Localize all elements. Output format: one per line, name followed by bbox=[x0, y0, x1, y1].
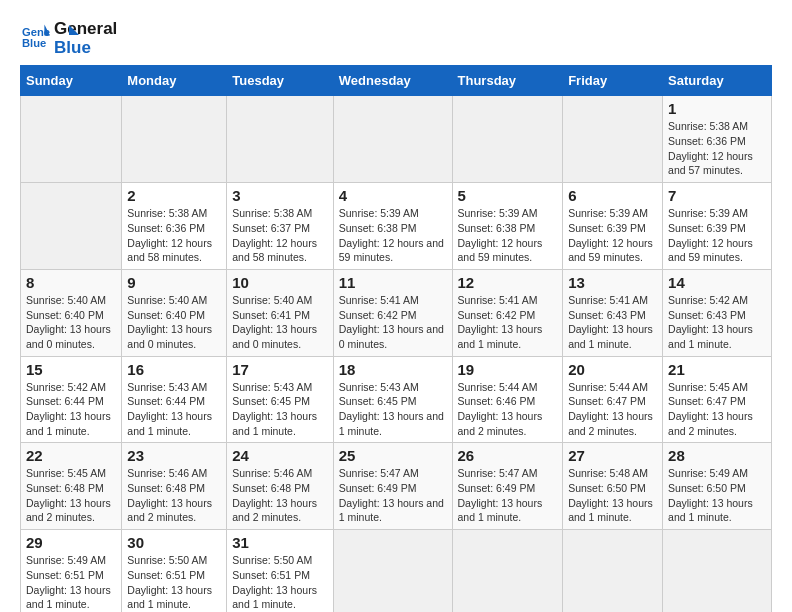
day-info: Sunrise: 5:38 AM Sunset: 6:36 PM Dayligh… bbox=[668, 120, 753, 176]
day-number: 5 bbox=[458, 187, 558, 204]
day-number: 3 bbox=[232, 187, 328, 204]
day-info: Sunrise: 5:38 AM Sunset: 6:37 PM Dayligh… bbox=[232, 207, 317, 263]
calendar-week-5: 22Sunrise: 5:45 AM Sunset: 6:48 PM Dayli… bbox=[21, 443, 772, 530]
header-friday: Friday bbox=[563, 66, 663, 96]
day-number: 21 bbox=[668, 361, 766, 378]
empty-cell bbox=[122, 96, 227, 183]
day-number: 31 bbox=[232, 534, 328, 551]
day-info: Sunrise: 5:39 AM Sunset: 6:39 PM Dayligh… bbox=[568, 207, 653, 263]
day-info: Sunrise: 5:39 AM Sunset: 6:39 PM Dayligh… bbox=[668, 207, 753, 263]
day-number: 25 bbox=[339, 447, 447, 464]
table-row: 28Sunrise: 5:49 AM Sunset: 6:50 PM Dayli… bbox=[663, 443, 772, 530]
day-number: 13 bbox=[568, 274, 657, 291]
empty-cell bbox=[227, 96, 334, 183]
day-number: 18 bbox=[339, 361, 447, 378]
table-row: 17Sunrise: 5:43 AM Sunset: 6:45 PM Dayli… bbox=[227, 356, 334, 443]
table-row: 19Sunrise: 5:44 AM Sunset: 6:46 PM Dayli… bbox=[452, 356, 563, 443]
table-row: 13Sunrise: 5:41 AM Sunset: 6:43 PM Dayli… bbox=[563, 269, 663, 356]
header-thursday: Thursday bbox=[452, 66, 563, 96]
calendar-week-6: 29Sunrise: 5:49 AM Sunset: 6:51 PM Dayli… bbox=[21, 530, 772, 612]
day-number: 22 bbox=[26, 447, 116, 464]
table-row: 16Sunrise: 5:43 AM Sunset: 6:44 PM Dayli… bbox=[122, 356, 227, 443]
logo: General Blue General Blue bbox=[20, 20, 79, 57]
header-saturday: Saturday bbox=[663, 66, 772, 96]
table-row bbox=[452, 530, 563, 612]
svg-text:Blue: Blue bbox=[22, 36, 46, 48]
table-row: 18Sunrise: 5:43 AM Sunset: 6:45 PM Dayli… bbox=[333, 356, 452, 443]
day-number: 15 bbox=[26, 361, 116, 378]
day-info: Sunrise: 5:40 AM Sunset: 6:40 PM Dayligh… bbox=[127, 294, 212, 350]
day-info: Sunrise: 5:40 AM Sunset: 6:41 PM Dayligh… bbox=[232, 294, 317, 350]
empty-cell bbox=[21, 96, 122, 183]
table-row: 27Sunrise: 5:48 AM Sunset: 6:50 PM Dayli… bbox=[563, 443, 663, 530]
table-row: 5Sunrise: 5:39 AM Sunset: 6:38 PM Daylig… bbox=[452, 183, 563, 270]
day-number: 29 bbox=[26, 534, 116, 551]
logo-icon: General Blue bbox=[22, 23, 50, 51]
day-number: 11 bbox=[339, 274, 447, 291]
day-info: Sunrise: 5:44 AM Sunset: 6:47 PM Dayligh… bbox=[568, 381, 653, 437]
table-row: 21Sunrise: 5:45 AM Sunset: 6:47 PM Dayli… bbox=[663, 356, 772, 443]
table-row: 8Sunrise: 5:40 AM Sunset: 6:40 PM Daylig… bbox=[21, 269, 122, 356]
table-row: 23Sunrise: 5:46 AM Sunset: 6:48 PM Dayli… bbox=[122, 443, 227, 530]
day-number: 6 bbox=[568, 187, 657, 204]
empty-cell bbox=[452, 96, 563, 183]
table-row bbox=[333, 530, 452, 612]
day-number: 20 bbox=[568, 361, 657, 378]
calendar-week-2: 2Sunrise: 5:38 AM Sunset: 6:36 PM Daylig… bbox=[21, 183, 772, 270]
table-row: 7Sunrise: 5:39 AM Sunset: 6:39 PM Daylig… bbox=[663, 183, 772, 270]
day-info: Sunrise: 5:38 AM Sunset: 6:36 PM Dayligh… bbox=[127, 207, 212, 263]
table-row: 22Sunrise: 5:45 AM Sunset: 6:48 PM Dayli… bbox=[21, 443, 122, 530]
day-number: 19 bbox=[458, 361, 558, 378]
day-info: Sunrise: 5:48 AM Sunset: 6:50 PM Dayligh… bbox=[568, 467, 653, 523]
table-row: 2Sunrise: 5:38 AM Sunset: 6:36 PM Daylig… bbox=[122, 183, 227, 270]
table-row: 9Sunrise: 5:40 AM Sunset: 6:40 PM Daylig… bbox=[122, 269, 227, 356]
calendar-header-row: SundayMondayTuesdayWednesdayThursdayFrid… bbox=[21, 66, 772, 96]
table-row: 14Sunrise: 5:42 AM Sunset: 6:43 PM Dayli… bbox=[663, 269, 772, 356]
day-info: Sunrise: 5:47 AM Sunset: 6:49 PM Dayligh… bbox=[339, 467, 444, 523]
day-number: 23 bbox=[127, 447, 221, 464]
day-number: 30 bbox=[127, 534, 221, 551]
header-wednesday: Wednesday bbox=[333, 66, 452, 96]
day-info: Sunrise: 5:39 AM Sunset: 6:38 PM Dayligh… bbox=[339, 207, 444, 263]
table-row: 30Sunrise: 5:50 AM Sunset: 6:51 PM Dayli… bbox=[122, 530, 227, 612]
day-number: 7 bbox=[668, 187, 766, 204]
calendar-week-1: 1Sunrise: 5:38 AM Sunset: 6:36 PM Daylig… bbox=[21, 96, 772, 183]
day-info: Sunrise: 5:43 AM Sunset: 6:45 PM Dayligh… bbox=[339, 381, 444, 437]
day-info: Sunrise: 5:44 AM Sunset: 6:46 PM Dayligh… bbox=[458, 381, 543, 437]
day-info: Sunrise: 5:45 AM Sunset: 6:47 PM Dayligh… bbox=[668, 381, 753, 437]
day-info: Sunrise: 5:46 AM Sunset: 6:48 PM Dayligh… bbox=[232, 467, 317, 523]
table-row: 3Sunrise: 5:38 AM Sunset: 6:37 PM Daylig… bbox=[227, 183, 334, 270]
header-monday: Monday bbox=[122, 66, 227, 96]
day-info: Sunrise: 5:47 AM Sunset: 6:49 PM Dayligh… bbox=[458, 467, 543, 523]
empty-cell bbox=[563, 96, 663, 183]
day-info: Sunrise: 5:42 AM Sunset: 6:44 PM Dayligh… bbox=[26, 381, 111, 437]
table-row: 15Sunrise: 5:42 AM Sunset: 6:44 PM Dayli… bbox=[21, 356, 122, 443]
calendar-week-4: 15Sunrise: 5:42 AM Sunset: 6:44 PM Dayli… bbox=[21, 356, 772, 443]
day-info: Sunrise: 5:49 AM Sunset: 6:51 PM Dayligh… bbox=[26, 554, 111, 610]
day-number: 28 bbox=[668, 447, 766, 464]
day-info: Sunrise: 5:41 AM Sunset: 6:42 PM Dayligh… bbox=[339, 294, 444, 350]
day-info: Sunrise: 5:41 AM Sunset: 6:43 PM Dayligh… bbox=[568, 294, 653, 350]
day-number: 8 bbox=[26, 274, 116, 291]
day-info: Sunrise: 5:42 AM Sunset: 6:43 PM Dayligh… bbox=[668, 294, 753, 350]
table-row bbox=[663, 530, 772, 612]
day-number: 10 bbox=[232, 274, 328, 291]
table-row: 4Sunrise: 5:39 AM Sunset: 6:38 PM Daylig… bbox=[333, 183, 452, 270]
day-number: 24 bbox=[232, 447, 328, 464]
day-number: 17 bbox=[232, 361, 328, 378]
day-info: Sunrise: 5:46 AM Sunset: 6:48 PM Dayligh… bbox=[127, 467, 212, 523]
table-row: 12Sunrise: 5:41 AM Sunset: 6:42 PM Dayli… bbox=[452, 269, 563, 356]
day-number: 9 bbox=[127, 274, 221, 291]
table-row bbox=[563, 530, 663, 612]
table-row: 26Sunrise: 5:47 AM Sunset: 6:49 PM Dayli… bbox=[452, 443, 563, 530]
day-info: Sunrise: 5:43 AM Sunset: 6:45 PM Dayligh… bbox=[232, 381, 317, 437]
page-header: General Blue General Blue bbox=[20, 20, 772, 57]
day-number: 2 bbox=[127, 187, 221, 204]
table-row: 31Sunrise: 5:50 AM Sunset: 6:51 PM Dayli… bbox=[227, 530, 334, 612]
calendar-table: SundayMondayTuesdayWednesdayThursdayFrid… bbox=[20, 65, 772, 612]
day-info: Sunrise: 5:40 AM Sunset: 6:40 PM Dayligh… bbox=[26, 294, 111, 350]
day-info: Sunrise: 5:39 AM Sunset: 6:38 PM Dayligh… bbox=[458, 207, 543, 263]
svg-marker-3 bbox=[69, 25, 79, 35]
day-number: 1 bbox=[668, 100, 766, 117]
table-row: 10Sunrise: 5:40 AM Sunset: 6:41 PM Dayli… bbox=[227, 269, 334, 356]
